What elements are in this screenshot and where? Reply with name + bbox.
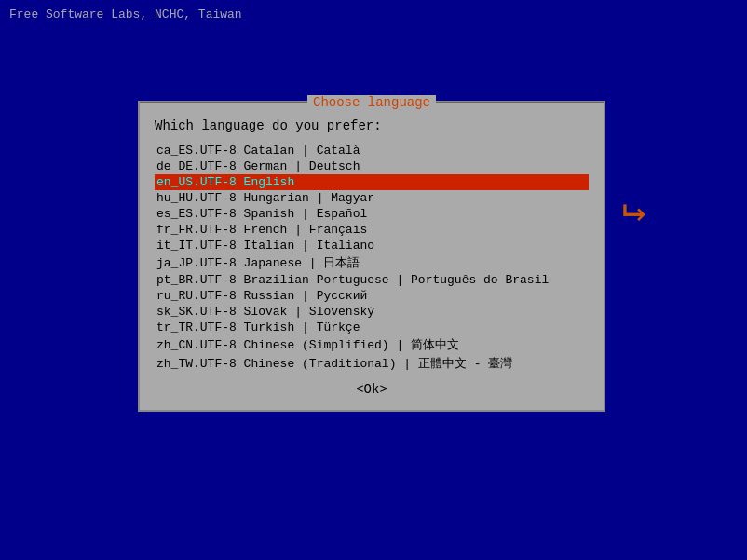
dialog-inner: Which language do you prefer: ca_ES.UTF-… xyxy=(140,111,604,410)
language-item[interactable]: fr_FR.UTF-8 French | Français xyxy=(155,222,589,238)
language-item[interactable]: zh_TW.UTF-8 Chinese (Traditional) | 正體中文… xyxy=(155,354,589,373)
language-item[interactable]: sk_SK.UTF-8 Slovak | Slovenský xyxy=(155,304,589,320)
title-line-left xyxy=(140,102,307,103)
language-item[interactable]: hu_HU.UTF-8 Hungarian | Magyar xyxy=(155,190,589,206)
ok-button[interactable]: <Ok> xyxy=(356,382,387,397)
language-list: ca_ES.UTF-8 Catalan | Catalàde_DE.UTF-8 … xyxy=(155,143,589,373)
title-line-right xyxy=(436,102,604,103)
header-text: Free Software Labs, NCHC, Taiwan xyxy=(4,4,248,25)
language-item[interactable]: pt_BR.UTF-8 Brazilian Portuguese | Portu… xyxy=(155,272,589,288)
language-item[interactable]: es_ES.UTF-8 Spanish | Español xyxy=(155,206,589,222)
ok-button-row: <Ok> xyxy=(155,382,589,397)
language-item[interactable]: ja_JP.UTF-8 Japanese | 日本語 xyxy=(155,253,589,272)
language-item[interactable]: en_US.UTF-8 English xyxy=(155,174,589,190)
dialog-title-wrapper: Choose language xyxy=(140,94,604,111)
language-item[interactable]: it_IT.UTF-8 Italian | Italiano xyxy=(155,238,589,253)
dialog-question: Which language do you prefer: xyxy=(155,118,589,133)
language-dialog: Choose language Which language do you pr… xyxy=(138,101,605,412)
language-item[interactable]: tr_TR.UTF-8 Turkish | Türkçe xyxy=(155,320,589,335)
language-item[interactable]: zh_CN.UTF-8 Chinese (Simplified) | 简体中文 xyxy=(155,335,589,354)
language-item[interactable]: de_DE.UTF-8 German | Deutsch xyxy=(155,158,589,174)
selection-arrow: ↵ xyxy=(622,191,645,230)
language-item[interactable]: ca_ES.UTF-8 Catalan | Català xyxy=(155,143,589,158)
dialog-title: Choose language xyxy=(307,95,436,110)
language-item[interactable]: ru_RU.UTF-8 Russian | Русский xyxy=(155,288,589,304)
